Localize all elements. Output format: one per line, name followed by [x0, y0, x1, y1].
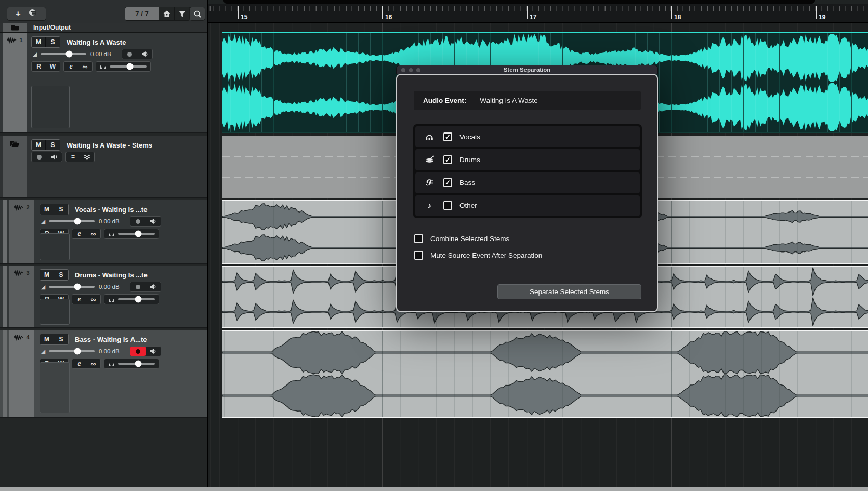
add-track-button[interactable]: + [16, 7, 21, 20]
track-header-2[interactable]: 2 M S Vocals - Waiting Is ...te ◢ 0.00 d… [0, 200, 207, 264]
monitor-button[interactable] [137, 49, 152, 59]
pan-control[interactable] [104, 294, 159, 304]
track-versions-box[interactable] [40, 233, 70, 260]
solo-button[interactable]: S [46, 140, 60, 150]
pan-icon [108, 231, 115, 237]
stem-label: Drums [459, 156, 480, 164]
horizontal-scrollbar[interactable] [0, 487, 868, 491]
separate-stems-button[interactable]: Separate Selected Stems [497, 284, 641, 299]
track-versions-box[interactable] [31, 86, 70, 128]
monitor-button[interactable] [146, 217, 161, 226]
dialog-body: Audio Event: Waiting Is A Waste ✓ Vocals… [396, 74, 658, 312]
write-automation-button[interactable]: W [46, 63, 60, 70]
track-header-3[interactable]: 3 M S Drums - Waiting Is ...te ◢ 0.00 dB [0, 266, 207, 328]
timeline-ruler[interactable]: 15 16 17 18 19 [208, 4, 868, 23]
stem-row-drums[interactable]: ✓ Drums [415, 149, 640, 170]
filter-button[interactable] [174, 7, 190, 20]
monitor-button[interactable] [146, 282, 161, 291]
volume-value: 0.00 dB [99, 218, 127, 224]
vocals-checkbox[interactable]: ✓ [443, 132, 452, 141]
minimize-icon[interactable] [409, 68, 413, 72]
panel-divider[interactable] [207, 0, 208, 491]
channel-link-button[interactable]: ∞ [86, 360, 100, 368]
mute-button[interactable]: M [40, 204, 54, 215]
window-traffic-lights[interactable] [401, 68, 420, 72]
solo-button[interactable]: S [46, 37, 60, 47]
dialog-title-bar[interactable]: Stem Separation [396, 65, 658, 74]
bass-checkbox[interactable]: ✓ [443, 178, 452, 187]
volume-slider[interactable] [49, 220, 95, 222]
other-checkbox[interactable] [443, 201, 452, 210]
mute-button[interactable]: M [40, 270, 54, 280]
track-header-4[interactable]: 4 M S Bass - Waiting Is A...te ◢ 0.00 dB [0, 330, 207, 418]
track-versions-box[interactable] [40, 299, 70, 325]
volume-value: 0.00 dB [99, 348, 127, 354]
io-channel-row[interactable]: Input/Output [0, 23, 207, 33]
record-enable-button[interactable] [130, 347, 146, 356]
volume-slider[interactable] [41, 53, 86, 55]
record-enable-button[interactable] [122, 49, 137, 59]
stem-row-other[interactable]: ♪ Other [415, 195, 640, 216]
edit-group: e ∞ [72, 359, 101, 369]
monitor-button[interactable] [146, 347, 161, 356]
drums-checkbox[interactable]: ✓ [443, 155, 452, 164]
track-color-cell[interactable] [3, 136, 27, 197]
track-header-folder[interactable]: M S Waiting Is A Waste - Stems = [0, 136, 207, 198]
track-number: 2 [26, 204, 29, 211]
track-versions-box[interactable] [40, 362, 70, 413]
track-name[interactable]: Vocals - Waiting Is ...te [75, 206, 147, 214]
solo-button[interactable]: S [54, 204, 68, 215]
folder-indent-strip [3, 266, 7, 327]
track-color-cell[interactable]: 4 [9, 330, 34, 417]
volume-slider[interactable] [49, 286, 95, 288]
edit-channel-button[interactable]: e [64, 62, 78, 71]
monitor-button[interactable] [47, 152, 62, 162]
channel-link-button[interactable]: ∞ [86, 230, 100, 238]
track-color-cell[interactable]: 3 [9, 266, 34, 327]
pan-control[interactable] [96, 61, 151, 72]
track-visibility-button[interactable] [159, 7, 174, 20]
combine-stems-option[interactable]: Combine Selected Stems [414, 234, 542, 243]
find-track-button[interactable] [189, 7, 205, 21]
group-edit-group: = [65, 152, 95, 162]
track-name[interactable]: Drums - Waiting Is ...te [75, 271, 148, 279]
record-enable-button[interactable] [130, 282, 146, 291]
stem-label: Vocals [459, 133, 480, 141]
channel-link-button[interactable]: ∞ [78, 62, 92, 71]
track-name[interactable]: Waiting Is A Waste - Stems [67, 141, 152, 149]
mute-source-option[interactable]: Mute Source Event After Separation [414, 251, 542, 260]
pan-control[interactable] [104, 229, 159, 239]
stem-label: Bass [459, 179, 475, 187]
record-enable-button[interactable] [130, 217, 146, 226]
track-preset-button[interactable] [29, 8, 37, 19]
close-icon[interactable] [401, 68, 405, 72]
pan-control[interactable] [104, 359, 159, 369]
read-automation-button[interactable]: R [32, 63, 46, 70]
solo-button[interactable]: S [54, 334, 68, 344]
combine-stems-checkbox[interactable] [414, 234, 423, 243]
mute-button[interactable]: M [40, 334, 54, 344]
speaker-icon [150, 348, 157, 354]
stem-row-bass[interactable]: 9 ✓ Bass [415, 172, 640, 193]
track-color-cell[interactable]: 1 [3, 33, 27, 132]
group-editing-button[interactable]: = [66, 153, 80, 161]
mute-source-checkbox[interactable] [414, 251, 423, 260]
edit-channel-button[interactable]: e [72, 360, 86, 368]
track-color-cell[interactable]: 2 [9, 200, 34, 263]
solo-button[interactable]: S [54, 270, 68, 280]
audio-event-bass[interactable] [222, 330, 868, 418]
mute-button[interactable]: M [32, 37, 46, 47]
edit-channel-button[interactable]: e [72, 295, 86, 303]
maximize-icon[interactable] [416, 68, 420, 72]
volume-slider[interactable] [49, 350, 95, 352]
channel-link-button[interactable]: ∞ [86, 295, 100, 303]
edit-channel-button[interactable]: e [72, 230, 86, 238]
record-enable-button[interactable] [32, 152, 47, 162]
stem-row-vocals[interactable]: ✓ Vocals [415, 126, 640, 147]
volume-ramp-icon: ◢ [40, 346, 47, 356]
phase-coherent-button[interactable] [80, 154, 94, 160]
track-name[interactable]: Waiting Is A Waste [67, 38, 126, 46]
mute-button[interactable]: M [32, 140, 46, 150]
track-header-1[interactable]: 1 M S Waiting Is A Waste ◢ 0.00 dB [0, 33, 207, 133]
track-name[interactable]: Bass - Waiting Is A...te [75, 336, 147, 343]
